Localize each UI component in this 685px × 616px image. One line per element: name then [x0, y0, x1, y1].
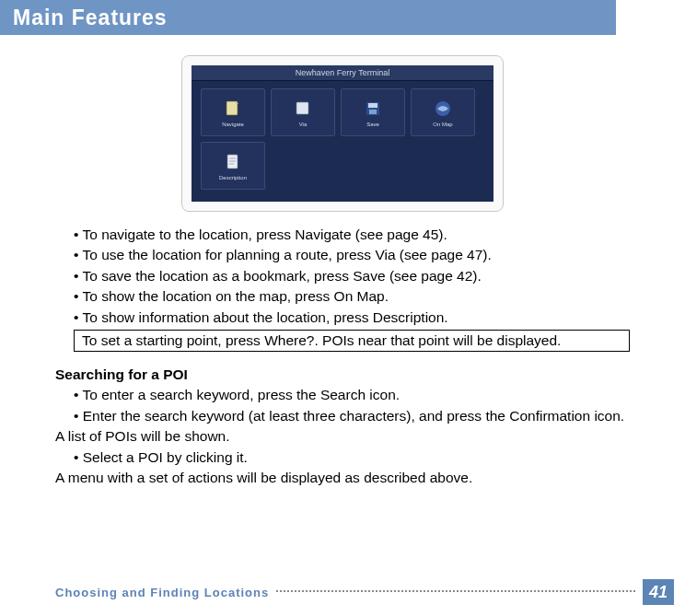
- footer-dots: [276, 590, 635, 592]
- save-icon: [363, 99, 383, 119]
- tile-onmap: On Map: [411, 88, 475, 136]
- svg-rect-1: [296, 102, 308, 114]
- bullet-item: • To show information about the location…: [55, 308, 630, 328]
- bullet-item: • Enter the search keyword (at least thr…: [55, 406, 630, 426]
- svg-rect-3: [368, 103, 377, 108]
- tile-label: Navigate: [222, 122, 244, 127]
- tile-label: Save: [366, 122, 379, 127]
- bullet-item: • To navigate to the location, press Nav…: [55, 225, 630, 245]
- content-area: Newhaven Ferry Terminal Navigate Via: [0, 55, 685, 489]
- svg-rect-6: [227, 155, 238, 169]
- body-text: A menu with a set of actions will be dis…: [55, 468, 630, 488]
- page-title: Main Features: [13, 6, 168, 30]
- note-text: To set a starting point, press Where?. P…: [82, 332, 561, 348]
- svg-rect-4: [369, 110, 377, 114]
- tile-save: Save: [341, 88, 405, 136]
- navigate-icon: [223, 99, 243, 119]
- tile-via: Via: [271, 88, 335, 136]
- section-heading: Searching for a POI: [55, 366, 630, 383]
- tile-label: Description: [219, 175, 247, 180]
- device-screen: Newhaven Ferry Terminal Navigate Via: [192, 65, 493, 202]
- search-bullet-list: • To enter a search keyword, press the S…: [55, 385, 630, 488]
- via-icon: [293, 99, 313, 119]
- tile-label: Via: [299, 122, 308, 127]
- bullet-item: • To show the location on the map, press…: [55, 286, 630, 307]
- note-box: To set a starting point, press Where?. P…: [74, 330, 630, 352]
- body-text: A list of POIs will be shown.: [55, 426, 630, 447]
- header-bar: Main Features: [0, 0, 616, 35]
- page-footer: Choosing and Finding Locations 41: [55, 579, 674, 605]
- device-screen-title: Newhaven Ferry Terminal: [192, 65, 493, 81]
- device-screenshot-frame: Newhaven Ferry Terminal Navigate Via: [181, 55, 504, 212]
- device-tile-grid: Navigate Via Save: [192, 81, 493, 199]
- tile-label: On Map: [433, 122, 452, 127]
- bullet-item: • To save the location as a bookmark, pr…: [55, 266, 630, 286]
- bullet-item: • To enter a search keyword, press the S…: [55, 385, 630, 405]
- tile-navigate: Navigate: [201, 88, 265, 136]
- description-icon: [223, 152, 243, 172]
- action-bullet-list: • To navigate to the location, press Nav…: [55, 225, 630, 328]
- page-number: 41: [643, 579, 674, 605]
- tile-description: Description: [201, 142, 265, 190]
- bullet-item: • Select a POI by clicking it.: [55, 447, 630, 468]
- bullet-item: • To use the location for planning a rou…: [55, 245, 630, 265]
- footer-section-label: Choosing and Finding Locations: [55, 586, 269, 599]
- globe-icon: [433, 99, 453, 119]
